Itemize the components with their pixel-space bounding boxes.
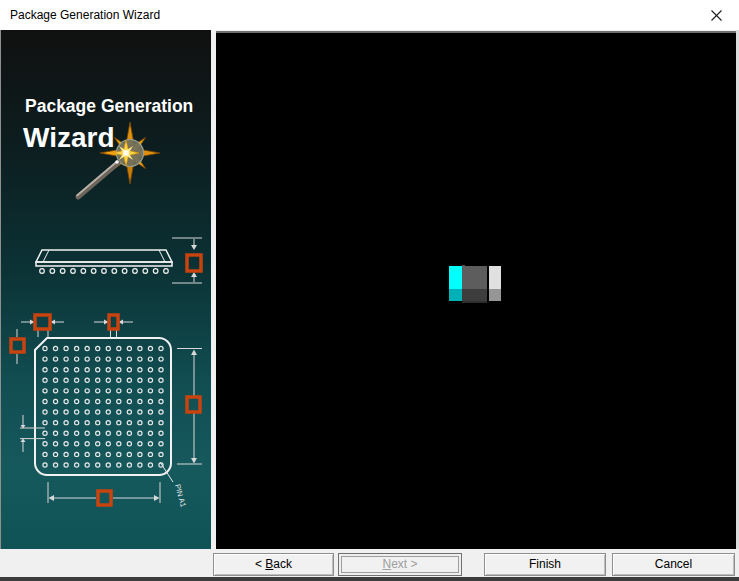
preview-block <box>489 289 501 301</box>
drag-handle <box>109 315 118 329</box>
pin-a1-label: PIN A1 <box>173 483 188 508</box>
package-side-view <box>36 250 172 273</box>
back-button[interactable]: < Back <box>213 553 334 576</box>
preview-block <box>462 301 487 303</box>
close-button[interactable] <box>694 0 739 30</box>
window-bottom-border <box>0 577 739 581</box>
preview-block <box>449 289 462 301</box>
close-icon <box>711 10 722 21</box>
finish-button[interactable]: Finish <box>484 553 606 576</box>
package-generation-wizard-dialog: Package Generation Wizard <box>0 0 739 581</box>
sidebar-heading-line1: Package Generation <box>25 96 193 117</box>
drag-handle <box>187 397 200 412</box>
footprint-preview <box>449 265 502 304</box>
wizard-sidebar: PIN A1 Package Generation Wizard <box>1 30 211 549</box>
window-left-border <box>0 30 1 577</box>
preview-block <box>462 289 487 301</box>
preview-block <box>449 266 462 289</box>
drag-handle <box>187 255 201 271</box>
preview-block <box>489 266 501 289</box>
cancel-button[interactable]: Cancel <box>612 553 735 576</box>
drag-handle <box>11 339 24 352</box>
wizard-button-bar: < Back Next > Finish Cancel <box>0 549 739 577</box>
next-button[interactable]: Next > <box>338 553 462 576</box>
window-title: Package Generation Wizard <box>10 0 160 30</box>
drag-handle <box>98 491 111 505</box>
preview-block <box>462 266 487 289</box>
drag-handle <box>35 315 50 329</box>
bga-top-view: PIN A1 <box>11 315 202 508</box>
sidebar-heading-line2: Wizard <box>23 122 115 154</box>
design-canvas-viewport[interactable] <box>216 31 736 549</box>
side-view-dimension <box>172 238 202 283</box>
titlebar: Package Generation Wizard <box>0 0 739 30</box>
